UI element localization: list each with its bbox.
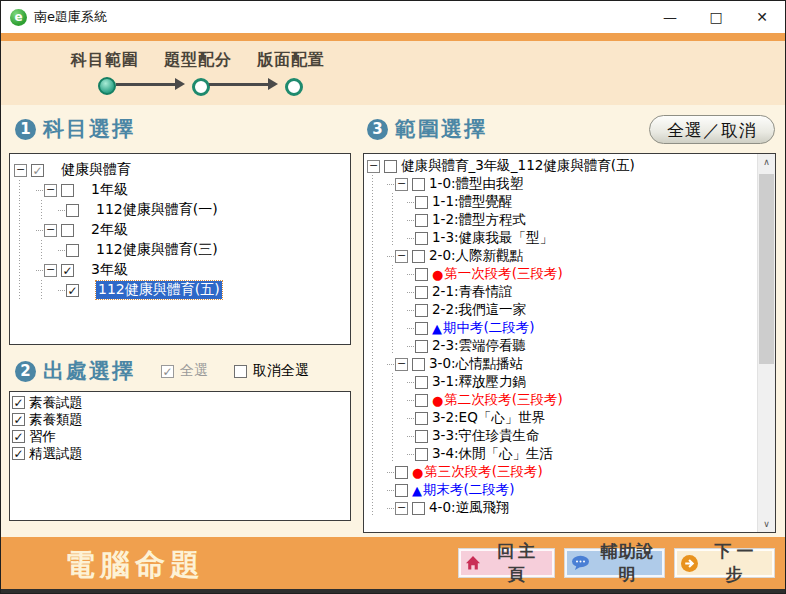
tree-item[interactable]: −✓健康與體育 <box>14 160 348 180</box>
tree-item-label[interactable]: 第二次段考(三段考) <box>444 391 563 409</box>
list-item[interactable]: ✓精選試題 <box>12 445 348 462</box>
item-checkbox[interactable] <box>415 340 428 353</box>
item-checkbox[interactable] <box>415 394 428 407</box>
tree-item-label[interactable]: 3-4:休閒「心」生活 <box>432 445 553 463</box>
item-checkbox[interactable] <box>415 322 428 335</box>
tree-item-label[interactable]: 1-0:體型由我塑 <box>429 175 523 193</box>
item-checkbox[interactable] <box>415 448 428 461</box>
item-checkbox[interactable] <box>395 466 408 479</box>
tree-item-label[interactable]: 1-3:健康我最「型」 <box>432 229 553 247</box>
maximize-icon[interactable]: □ <box>693 1 739 33</box>
tree-item-label[interactable]: 3-2:EQ「心」世界 <box>432 409 545 427</box>
item-checkbox[interactable] <box>412 358 425 371</box>
tree-item-label[interactable]: 3-1:釋放壓力鍋 <box>432 373 526 391</box>
item-checkbox[interactable] <box>415 412 428 425</box>
tree-item[interactable]: −2-0:人際新觀點 <box>367 247 775 265</box>
item-checkbox[interactable] <box>61 184 74 197</box>
tree-item[interactable]: 2-2:我們這一家 <box>367 301 775 319</box>
tree-item[interactable]: 3-2:EQ「心」世界 <box>367 409 775 427</box>
deselect-all-checkbox[interactable]: 取消全選 <box>234 362 309 380</box>
tree-item[interactable]: 3-4:休閒「心」生活 <box>367 445 775 463</box>
tree-item-label[interactable]: 3-3:守住珍貴生命 <box>432 427 540 445</box>
select-all-checkbox-box[interactable]: ✓ <box>161 365 174 378</box>
tree-item[interactable]: 1-3:健康我最「型」 <box>367 229 775 247</box>
collapse-toggle-icon[interactable]: − <box>44 224 57 237</box>
tree-item[interactable]: −健康與體育_3年級_112健康與體育(五) <box>367 157 775 175</box>
tree-item-label[interactable]: 期中考(二段考) <box>443 319 535 337</box>
item-checkbox[interactable] <box>415 232 428 245</box>
help-button[interactable]: 輔助說明 <box>564 548 665 578</box>
list-item[interactable]: ✓素養類題 <box>12 411 348 428</box>
item-checkbox[interactable] <box>395 484 408 497</box>
item-checkbox[interactable] <box>415 376 428 389</box>
tree-item-label[interactable]: 112健康與體育(三) <box>96 241 218 259</box>
collapse-toggle-icon[interactable]: − <box>395 502 408 515</box>
tree-item[interactable]: −✓3年級 <box>14 260 348 280</box>
collapse-toggle-icon[interactable]: − <box>44 264 57 277</box>
deselect-all-checkbox-box[interactable] <box>234 365 247 378</box>
tree-item-label[interactable]: 期末考(二段考) <box>423 481 515 499</box>
collapse-toggle-icon[interactable]: − <box>395 358 408 371</box>
next-step-button[interactable]: 下一步 <box>674 548 775 578</box>
item-checkbox[interactable] <box>412 502 425 515</box>
tree-item-label[interactable]: 2年級 <box>91 221 128 239</box>
tree-item[interactable]: −2年級 <box>14 220 348 240</box>
tree-item[interactable]: ▲期中考(二段考) <box>367 319 775 337</box>
tree-item[interactable]: ●第三次段考(三段考) <box>367 463 775 481</box>
tree-item-label[interactable]: 第三次段考(三段考) <box>424 463 543 481</box>
close-icon[interactable]: ✕ <box>739 1 785 33</box>
select-all-checkbox[interactable]: ✓ 全選 <box>161 362 208 380</box>
item-checkbox[interactable]: ✓ <box>66 284 79 297</box>
item-checkbox[interactable] <box>415 286 428 299</box>
select-all-toggle-button[interactable]: 全選／取消 <box>649 115 775 144</box>
tree-item[interactable]: ●第一次段考(三段考) <box>367 265 775 283</box>
item-checkbox[interactable] <box>384 160 397 173</box>
scrollbar[interactable]: ∧ ∨ <box>757 154 775 532</box>
tree-item[interactable]: −1年級 <box>14 180 348 200</box>
tree-item-label[interactable]: 3年級 <box>91 261 128 279</box>
minimize-icon[interactable]: — <box>647 1 693 33</box>
tree-item[interactable]: 1-2:體型方程式 <box>367 211 775 229</box>
tree-item-label[interactable]: 1-1:體型覺醒 <box>432 193 513 211</box>
tree-item-label[interactable]: 2-2:我們這一家 <box>432 301 526 319</box>
item-checkbox[interactable] <box>412 250 425 263</box>
tree-item-label[interactable]: 3-0:心情點播站 <box>429 355 523 373</box>
item-checkbox[interactable] <box>412 178 425 191</box>
tree-item-label[interactable]: 1-2:體型方程式 <box>432 211 526 229</box>
item-checkbox[interactable]: ✓ <box>12 447 25 460</box>
tree-item[interactable]: ▲期末考(二段考) <box>367 481 775 499</box>
tree-item-label[interactable]: 112健康與體育(五) <box>96 281 222 299</box>
tree-item-label[interactable]: 4-0:逆風飛翔 <box>429 499 510 517</box>
item-checkbox[interactable]: ✓ <box>31 164 44 177</box>
scroll-up-icon[interactable]: ∧ <box>758 154 775 170</box>
item-checkbox[interactable] <box>66 244 79 257</box>
home-button[interactable]: 回主頁 <box>458 548 555 578</box>
tree-item-label[interactable]: 健康與體育_3年級_112健康與體育(五) <box>401 157 635 175</box>
scroll-down-icon[interactable]: ∨ <box>758 516 775 532</box>
tree-item[interactable]: 2-1:青春情誼 <box>367 283 775 301</box>
tree-item[interactable]: −3-0:心情點播站 <box>367 355 775 373</box>
tree-item[interactable]: 3-3:守住珍貴生命 <box>367 427 775 445</box>
tree-item-label[interactable]: 2-3:雲端停看聽 <box>432 337 526 355</box>
item-checkbox[interactable]: ✓ <box>12 430 25 443</box>
tree-item[interactable]: ●第二次段考(三段考) <box>367 391 775 409</box>
collapse-toggle-icon[interactable]: − <box>44 184 57 197</box>
list-item[interactable]: ✓習作 <box>12 428 348 445</box>
tree-item[interactable]: 2-3:雲端停看聽 <box>367 337 775 355</box>
item-checkbox[interactable] <box>415 430 428 443</box>
collapse-toggle-icon[interactable]: − <box>395 178 408 191</box>
tree-item-label[interactable]: 1年級 <box>91 181 128 199</box>
collapse-toggle-icon[interactable]: − <box>395 250 408 263</box>
tree-item-label[interactable]: 2-1:青春情誼 <box>432 283 513 301</box>
item-checkbox[interactable] <box>61 224 74 237</box>
item-checkbox[interactable]: ✓ <box>61 264 74 277</box>
collapse-toggle-icon[interactable]: − <box>367 160 380 173</box>
tree-item-label[interactable]: 第一次段考(三段考) <box>444 265 563 283</box>
tree-item[interactable]: 112健康與體育(一) <box>14 200 348 220</box>
item-checkbox[interactable] <box>415 268 428 281</box>
list-item[interactable]: ✓素養試題 <box>12 394 348 411</box>
tree-item-label[interactable]: 2-0:人際新觀點 <box>429 247 523 265</box>
item-checkbox[interactable] <box>415 214 428 227</box>
scrollbar-thumb[interactable] <box>759 174 774 364</box>
tree-item[interactable]: ✓112健康與體育(五) <box>14 280 348 300</box>
